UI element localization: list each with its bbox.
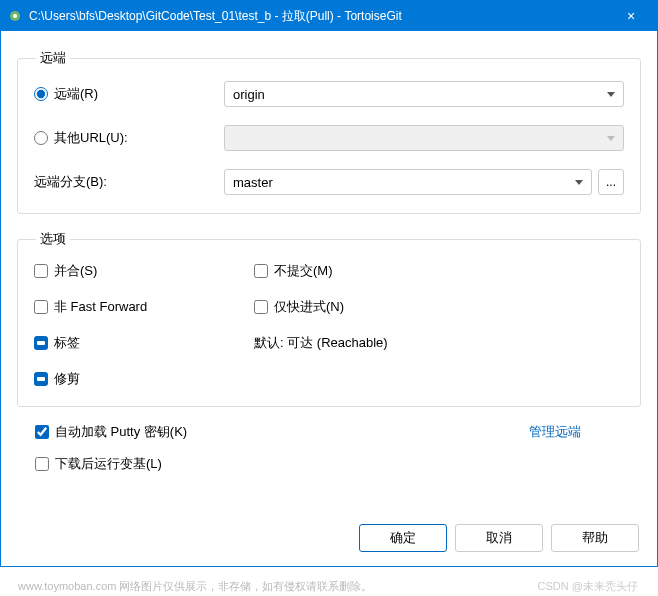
prune-option[interactable]: 修剪 bbox=[34, 370, 254, 388]
remote-combo-value: origin bbox=[233, 87, 265, 102]
cancel-button[interactable]: 取消 bbox=[455, 524, 543, 552]
autoload-putty-option[interactable]: 自动加载 Putty 密钥(K) bbox=[35, 423, 529, 441]
watermark-right: CSDN @未来秃头仔 bbox=[538, 579, 638, 594]
no-ff-label: 非 Fast Forward bbox=[54, 298, 147, 316]
remote-group: 远端 远端(R) origin 其他URL(U): bbox=[17, 49, 641, 214]
branch-control: master ... bbox=[224, 169, 624, 195]
dialog-window: C:\Users\bfs\Desktop\GitCode\Test_01\tes… bbox=[0, 0, 658, 567]
remote-row: 远端(R) origin bbox=[34, 81, 624, 107]
options-group: 选项 并合(S) 不提交(M) 非 Fast Forward 仅快进式(N) bbox=[17, 230, 641, 407]
rebase-row: 下载后运行变基(L) bbox=[35, 455, 641, 473]
manage-remotes-link[interactable]: 管理远端 bbox=[529, 423, 581, 441]
remote-radio-label[interactable]: 远端(R) bbox=[34, 85, 224, 103]
branch-combo-value: master bbox=[233, 175, 273, 190]
branch-combo[interactable]: master bbox=[224, 169, 592, 195]
merge-checkbox[interactable] bbox=[34, 264, 48, 278]
branch-label: 远端分支(B): bbox=[34, 173, 224, 191]
other-url-control bbox=[224, 125, 624, 151]
other-url-row: 其他URL(U): bbox=[34, 125, 624, 151]
options-grid: 并合(S) 不提交(M) 非 Fast Forward 仅快进式(N) 标签 bbox=[34, 262, 624, 388]
options-group-legend: 选项 bbox=[36, 230, 70, 248]
no-commit-option[interactable]: 不提交(M) bbox=[254, 262, 624, 280]
titlebar: C:\Users\bfs\Desktop\GitCode\Test_01\tes… bbox=[1, 1, 657, 31]
watermark-left: www.toymoban.com 网络图片仅供展示，非存储，如有侵权请联系删除。 bbox=[18, 579, 372, 594]
no-ff-option[interactable]: 非 Fast Forward bbox=[34, 298, 254, 316]
remote-radio-text: 远端(R) bbox=[54, 85, 98, 103]
tags-default-cell: 默认: 可达 (Reachable) bbox=[254, 334, 624, 352]
merge-label: 并合(S) bbox=[54, 262, 97, 280]
ok-button[interactable]: 确定 bbox=[359, 524, 447, 552]
no-ff-checkbox[interactable] bbox=[34, 300, 48, 314]
tags-checkbox[interactable] bbox=[34, 336, 48, 350]
other-url-radio-label[interactable]: 其他URL(U): bbox=[34, 129, 224, 147]
prune-empty-cell bbox=[254, 370, 624, 388]
watermark: www.toymoban.com 网络图片仅供展示，非存储，如有侵权请联系删除。… bbox=[18, 579, 638, 594]
dialog-content: 远端 远端(R) origin 其他URL(U): bbox=[1, 31, 657, 566]
no-commit-label: 不提交(M) bbox=[274, 262, 333, 280]
ff-only-option[interactable]: 仅快进式(N) bbox=[254, 298, 624, 316]
tags-option[interactable]: 标签 bbox=[34, 334, 254, 352]
remote-combo[interactable]: origin bbox=[224, 81, 624, 107]
help-button[interactable]: 帮助 bbox=[551, 524, 639, 552]
no-commit-checkbox[interactable] bbox=[254, 264, 268, 278]
merge-option[interactable]: 并合(S) bbox=[34, 262, 254, 280]
tags-default-text: 默认: 可达 (Reachable) bbox=[254, 334, 388, 352]
branch-row: 远端分支(B): master ... bbox=[34, 169, 624, 195]
ff-only-label: 仅快进式(N) bbox=[274, 298, 344, 316]
svg-point-1 bbox=[13, 14, 17, 18]
prune-checkbox[interactable] bbox=[34, 372, 48, 386]
autoload-row: 自动加载 Putty 密钥(K) 管理远端 bbox=[35, 423, 641, 441]
rebase-after-label: 下载后运行变基(L) bbox=[55, 455, 162, 473]
misc-area: 自动加载 Putty 密钥(K) 管理远端 下载后运行变基(L) bbox=[17, 423, 641, 473]
other-url-radio-text: 其他URL(U): bbox=[54, 129, 128, 147]
other-url-radio[interactable] bbox=[34, 131, 48, 145]
autoload-putty-checkbox[interactable] bbox=[35, 425, 49, 439]
prune-label: 修剪 bbox=[54, 370, 80, 388]
window-title: C:\Users\bfs\Desktop\GitCode\Test_01\tes… bbox=[29, 8, 611, 25]
app-icon bbox=[7, 8, 23, 24]
other-url-combo bbox=[224, 125, 624, 151]
remote-group-legend: 远端 bbox=[36, 49, 70, 67]
close-button[interactable]: × bbox=[611, 1, 651, 31]
remote-radio[interactable] bbox=[34, 87, 48, 101]
dialog-buttons: 确定 取消 帮助 bbox=[359, 524, 639, 552]
autoload-putty-label: 自动加载 Putty 密钥(K) bbox=[55, 423, 187, 441]
tags-label: 标签 bbox=[54, 334, 80, 352]
rebase-after-option[interactable]: 下载后运行变基(L) bbox=[35, 455, 641, 473]
ff-only-checkbox[interactable] bbox=[254, 300, 268, 314]
browse-branch-button[interactable]: ... bbox=[598, 169, 624, 195]
remote-control: origin bbox=[224, 81, 624, 107]
rebase-after-checkbox[interactable] bbox=[35, 457, 49, 471]
